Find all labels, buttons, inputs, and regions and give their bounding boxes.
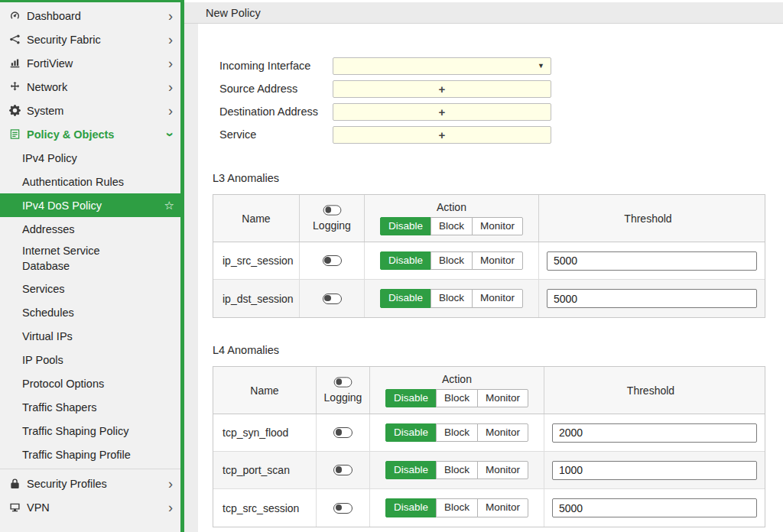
chevron-right-icon: ›: [167, 477, 174, 491]
plus-icon: +: [439, 106, 446, 118]
incoming-interface-select[interactable]: ▼: [333, 57, 551, 75]
action-block-button[interactable]: Block: [436, 461, 478, 480]
sidebar-item-ip-pools[interactable]: IP Pools: [0, 348, 180, 371]
action-disable-button[interactable]: Disable: [385, 461, 437, 480]
logging-master-toggle[interactable]: [323, 205, 341, 215]
action-disable-button[interactable]: Disable: [380, 289, 431, 308]
sidebar-item-dashboard[interactable]: Dashboard ›: [0, 4, 180, 28]
action-block-button[interactable]: Block: [436, 423, 478, 443]
row-name: tcp_src_session: [213, 489, 317, 527]
sidebar-item-fortiview[interactable]: FortiView ›: [0, 51, 180, 75]
sidebar-item-system[interactable]: System ›: [0, 99, 180, 122]
chevron-right-icon: ›: [167, 33, 174, 47]
form-row: Source Address +: [198, 77, 783, 100]
row-logging-cell: [300, 280, 365, 317]
row-action-cell: Disable Block Monitor: [370, 452, 544, 488]
sidebar-item-authentication-rules[interactable]: Authentication Rules: [0, 170, 180, 193]
action-disable-button[interactable]: Disable: [385, 498, 437, 517]
row-action-cell: Disable Block Monitor: [370, 414, 544, 451]
sidebar-item-traffic-shaping-profile[interactable]: Traffic Shaping Profile: [0, 443, 180, 466]
logging-master-toggle[interactable]: [334, 377, 353, 387]
action-disable-button[interactable]: Disable: [380, 217, 431, 236]
sidebar-item-virtual-ips[interactable]: Virtual IPs: [0, 324, 180, 348]
column-header-action: Action Disable Block Monitor: [370, 367, 544, 414]
row-threshold-cell: [544, 452, 765, 488]
content-body: Incoming Interface ▼ Source Address + De…: [184, 24, 783, 532]
sidebar-item-addresses[interactable]: Addresses: [0, 217, 180, 241]
table-header: Name Logging Action Disable Block Monito…: [213, 367, 765, 414]
sidebar-item-label: Virtual IPs: [22, 330, 73, 342]
sidebar-item-label: Addresses: [22, 223, 75, 235]
logging-toggle[interactable]: [323, 294, 342, 304]
action-disable-button[interactable]: Disable: [380, 251, 431, 271]
action-monitor-button[interactable]: Monitor: [472, 289, 523, 308]
sidebar-item-label: Services: [22, 283, 65, 295]
sidebar-item-traffic-shapers[interactable]: Traffic Shapers: [0, 395, 180, 419]
action-disable-button[interactable]: Disable: [385, 389, 437, 408]
action-monitor-button[interactable]: Monitor: [477, 461, 528, 480]
sidebar-item-label: Authentication Rules: [22, 176, 124, 188]
logging-toggle[interactable]: [333, 427, 353, 438]
sidebar-item-services[interactable]: Services: [0, 277, 180, 300]
action-monitor-button[interactable]: Monitor: [472, 217, 523, 236]
incoming-interface-label: Incoming Interface: [219, 60, 333, 72]
action-monitor-button[interactable]: Monitor: [477, 389, 528, 408]
l3-anomalies-table: Name Logging Action Disable Block Monito…: [213, 194, 765, 318]
action-block-button[interactable]: Block: [430, 289, 473, 308]
logging-toggle[interactable]: [323, 255, 342, 266]
column-header-logging: Logging: [300, 195, 365, 242]
action-monitor-button[interactable]: Monitor: [477, 498, 528, 517]
destination-address-field[interactable]: +: [333, 103, 551, 121]
logging-toggle[interactable]: [333, 465, 353, 475]
action-monitor-button[interactable]: Monitor: [477, 423, 528, 443]
sidebar-item-security-fabric[interactable]: Security Fabric ›: [0, 28, 180, 51]
column-header-name: Name: [213, 367, 317, 414]
sidebar-item-ipv4-policy[interactable]: IPv4 Policy: [0, 146, 180, 170]
row-name: tcp_port_scan: [213, 452, 317, 488]
action-block-button[interactable]: Block: [430, 251, 473, 271]
sidebar-item-network[interactable]: Network ›: [0, 75, 180, 99]
action-block-button[interactable]: Block: [436, 389, 478, 408]
sidebar-item-label: Internet Service Database: [22, 244, 129, 274]
source-address-field[interactable]: +: [333, 80, 551, 98]
column-header-threshold: Threshold: [539, 195, 765, 242]
sidebar-item-internet-service-database[interactable]: Internet Service Database: [0, 241, 180, 277]
sidebar-item-traffic-shaping-policy[interactable]: Traffic Shaping Policy: [0, 419, 180, 443]
logging-toggle[interactable]: [333, 503, 353, 514]
threshold-input[interactable]: [552, 461, 757, 480]
row-logging-cell: [300, 242, 365, 279]
sidebar-item-label: Policy & Objects: [27, 128, 167, 141]
sidebar-item-vpn[interactable]: VPN ›: [0, 495, 180, 519]
action-block-button[interactable]: Block: [436, 498, 478, 517]
form-row: Incoming Interface ▼: [198, 54, 783, 77]
sidebar-item-schedules[interactable]: Schedules: [0, 300, 180, 324]
sidebar-item-label: FortiView: [27, 57, 167, 70]
action-disable-button[interactable]: Disable: [385, 423, 437, 443]
sidebar-item-label: Traffic Shaping Policy: [22, 425, 128, 437]
sidebar-item-policy-objects[interactable]: Policy & Objects ›: [0, 122, 180, 146]
sidebar-item-label: IP Pools: [22, 354, 63, 366]
sidebar-item-label: System: [27, 105, 167, 117]
action-block-button[interactable]: Block: [430, 217, 473, 236]
threshold-input[interactable]: [552, 423, 757, 443]
threshold-input[interactable]: [552, 498, 757, 517]
row-threshold-cell: [544, 489, 765, 527]
sidebar-item-label: Security Fabric: [27, 34, 167, 46]
row-action-cell: Disable Block Monitor: [370, 489, 544, 527]
sidebar-item-ipv4-dos-policy[interactable]: IPv4 DoS Policy ☆: [0, 193, 180, 217]
action-monitor-button[interactable]: Monitor: [472, 251, 523, 271]
row-threshold-cell: [544, 414, 765, 451]
new-policy-panel: Incoming Interface ▼ Source Address + De…: [198, 24, 783, 532]
row-logging-cell: [317, 414, 370, 451]
threshold-input[interactable]: [547, 251, 757, 271]
service-field[interactable]: +: [333, 126, 551, 144]
threshold-input[interactable]: [547, 289, 757, 308]
sidebar-item-label: Network: [27, 81, 167, 93]
star-icon[interactable]: ☆: [164, 199, 174, 212]
table-row: tcp_port_scan Disable Block Monitor: [213, 452, 765, 489]
sidebar-item-security-profiles[interactable]: Security Profiles ›: [0, 472, 180, 495]
row-threshold-cell: [539, 242, 765, 279]
table-row: tcp_syn_flood Disable Block Monitor: [213, 414, 765, 452]
sidebar-item-protocol-options[interactable]: Protocol Options: [0, 371, 180, 395]
security-fabric-icon: [8, 34, 22, 45]
